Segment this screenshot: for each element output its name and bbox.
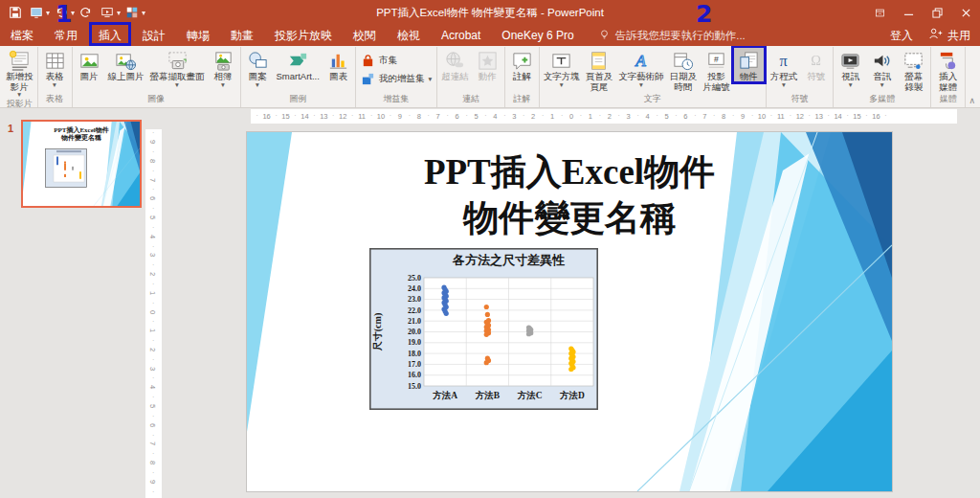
- ribbon-group-多媒體: 視訊▾音訊▾螢幕 錄製多媒體: [834, 47, 931, 107]
- dropdown-arrow-icon: ▾: [428, 77, 432, 82]
- smartart-icon: [287, 49, 309, 72]
- svg-text:方法D: 方法D: [559, 390, 585, 400]
- person-icon: [928, 27, 943, 44]
- lightbulb-icon: [598, 29, 611, 43]
- video-button[interactable]: 視訊▾: [835, 47, 866, 88]
- my-addins-label: 我的增益集: [379, 74, 425, 84]
- my-addins-button[interactable]: 我的增益集▾: [357, 72, 435, 87]
- action-button[interactable]: 動作: [472, 47, 503, 82]
- share-button[interactable]: 共用: [928, 27, 970, 44]
- format-icon[interactable]: [122, 3, 142, 22]
- object-icon: [738, 49, 760, 72]
- ribbon-display-options-icon[interactable]: [865, 0, 894, 25]
- embedded-excel-chart-object[interactable]: 各方法之尺寸差異性15.016.017.018.019.020.021.022.…: [369, 248, 598, 410]
- ruler-tick: ·: [846, 112, 848, 119]
- ruler-number: 11: [358, 112, 366, 121]
- customize-qat-icon[interactable]: ▾: [142, 9, 145, 17]
- horizontal-ruler[interactable]: ·16·15·14·13·12·11·10·9·8·7·6·5·4·3·2·1·…: [251, 109, 957, 124]
- tab-檢視[interactable]: 檢視: [387, 25, 431, 46]
- ribbon-group-圖例: 圖案▾SmartArt...圖表圖例: [241, 47, 356, 107]
- date-time-button[interactable]: 日期及 時間: [667, 47, 701, 92]
- tab-動畫[interactable]: 動畫: [220, 25, 264, 46]
- slide-number-button[interactable]: #投影 片編號: [700, 47, 733, 92]
- symbol-icon: Ω: [805, 49, 827, 72]
- ruler-number: 16: [262, 112, 270, 121]
- ruler-tick: ·: [152, 148, 154, 155]
- slide-title[interactable]: PPT插入Excel物件 物件變更名稱: [247, 149, 892, 241]
- tab-常用[interactable]: 常用: [44, 25, 88, 46]
- vertical-ruler[interactable]: ·9·8·7·6·5·4·3·2·1·0·1·2·3·4·5·6·7·8·9·: [145, 129, 162, 498]
- close-icon[interactable]: [951, 0, 980, 25]
- hyperlink-button[interactable]: 超連結: [438, 47, 472, 82]
- tab-OneKey 6 Pro[interactable]: OneKey 6 Pro: [491, 25, 584, 46]
- slide-canvas[interactable]: PPT插入Excel物件 物件變更名稱 各方法之尺寸差異性15.016.017.…: [247, 132, 892, 491]
- svg-text:方法C: 方法C: [517, 390, 543, 400]
- screenshot-button[interactable]: 螢幕擷取畫面▾: [147, 47, 208, 88]
- restore-icon[interactable]: [923, 0, 951, 25]
- tab-投影片放映[interactable]: 投影片放映: [264, 25, 343, 46]
- ruler-number: 12: [339, 112, 346, 121]
- table-button[interactable]: 表格▾: [39, 47, 71, 88]
- store-button[interactable]: 市集: [357, 54, 401, 69]
- save-icon[interactable]: [6, 3, 25, 22]
- photo-album-button[interactable]: 相簿▾: [208, 47, 239, 88]
- ruler-tick: ·: [152, 261, 154, 268]
- equation-icon: π: [772, 49, 794, 72]
- sign-in-button[interactable]: 登入: [890, 28, 913, 44]
- slide-number-label: 投影 片編號: [702, 72, 730, 92]
- ribbon-group-註解: 註解註解: [505, 47, 540, 107]
- ruler-number: 2: [608, 112, 612, 121]
- ribbon-tab-row: 檔案常用插入設計轉場動畫投影片放映校閱檢視AcrobatOneKey 6 Pro…: [0, 25, 980, 46]
- shapes-button[interactable]: 圖案▾: [242, 47, 274, 88]
- start-slideshow-caret-icon[interactable]: ▾: [117, 9, 121, 17]
- new-slide-button[interactable]: 新增投 影片▾: [3, 47, 36, 98]
- tab-設計[interactable]: 設計: [132, 25, 176, 46]
- ruler-tick: ·: [751, 112, 753, 119]
- touch-mode-caret-icon[interactable]: ▾: [46, 9, 50, 17]
- comment-icon: [511, 49, 533, 72]
- svg-text:18.0: 18.0: [408, 350, 421, 358]
- header-footer-button[interactable]: 頁首及 頁尾: [583, 47, 616, 92]
- screenrec-icon: [902, 49, 924, 72]
- ruler-number: 9: [398, 112, 402, 121]
- window-title: PPT插入Excel物件 物件變更名稱 - PowerPoint: [376, 0, 604, 25]
- minimize-icon[interactable]: [894, 0, 923, 25]
- screen-recording-button[interactable]: 螢幕 錄製: [898, 47, 929, 92]
- symbol-button[interactable]: Ω符號: [800, 47, 832, 82]
- screen-recording-label: 螢幕 錄製: [904, 72, 923, 92]
- chart-button[interactable]: 圖表: [323, 47, 354, 82]
- ribbon-group-增益集: 市集我的增益集▾增益集: [356, 47, 437, 107]
- slide-thumbnail[interactable]: PPT插入Excel物件 物件變更名稱: [21, 120, 142, 208]
- dropdown-arrow-icon: ▾: [17, 92, 21, 98]
- insert-media-button[interactable]: 插入 媒體: [932, 47, 964, 92]
- ruler-tick: ·: [409, 112, 411, 119]
- slide-thumbnail-number: 1: [8, 123, 13, 134]
- tell-me-box[interactable]: 告訴我您想要執行的動作...: [598, 29, 746, 43]
- ruler-tick: ·: [636, 112, 638, 119]
- smartart-button[interactable]: SmartArt...: [274, 47, 323, 82]
- tab-轉場[interactable]: 轉場: [176, 25, 220, 46]
- comment-button[interactable]: 註解: [506, 47, 538, 82]
- touch-mode-icon[interactable]: [27, 3, 46, 22]
- text-box-button[interactable]: 文字方塊▾: [541, 47, 583, 88]
- ruler-number: 15: [281, 112, 289, 121]
- ruler-number: 1: [148, 291, 157, 295]
- comment-label: 註解: [513, 72, 531, 82]
- group-label-投影片: 投影片: [3, 98, 36, 108]
- tab-檔案[interactable]: 檔案: [0, 25, 44, 46]
- collapse-ribbon-icon[interactable]: ∧: [969, 96, 975, 105]
- audio-button[interactable]: 音訊▾: [866, 47, 898, 88]
- object-button[interactable]: 物件: [733, 47, 765, 82]
- tab-Acrobat[interactable]: Acrobat: [431, 25, 491, 46]
- tab-校閱[interactable]: 校閱: [343, 25, 387, 46]
- svg-text:15.0: 15.0: [408, 382, 421, 391]
- addins-icon: [361, 72, 375, 87]
- equation-button[interactable]: π方程式▾: [768, 47, 801, 88]
- group-label-文字: 文字: [541, 93, 765, 107]
- online-pictures-button[interactable]: 線上圖片: [105, 47, 147, 82]
- wordart-button[interactable]: A文字藝術師▾: [615, 47, 667, 88]
- redo-icon[interactable]: [77, 3, 96, 22]
- start-slideshow-icon[interactable]: [98, 3, 117, 22]
- pictures-button[interactable]: 圖片: [74, 47, 105, 82]
- tab-插入[interactable]: 插入: [88, 25, 132, 46]
